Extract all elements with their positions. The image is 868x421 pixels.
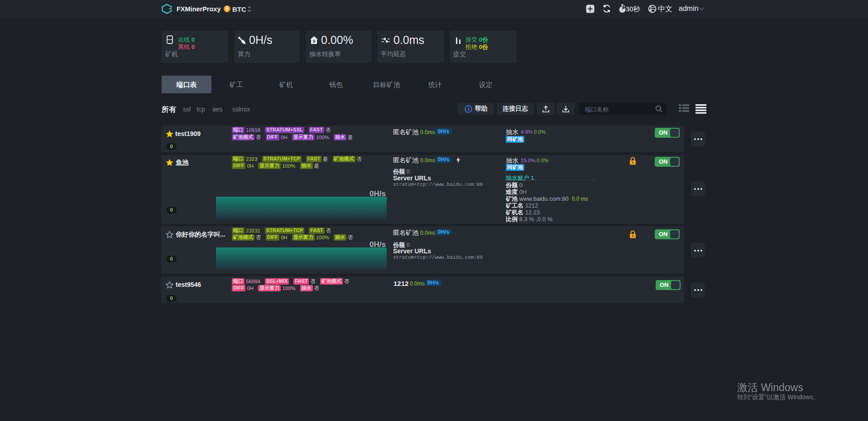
svg-text:$: $: [313, 39, 315, 44]
